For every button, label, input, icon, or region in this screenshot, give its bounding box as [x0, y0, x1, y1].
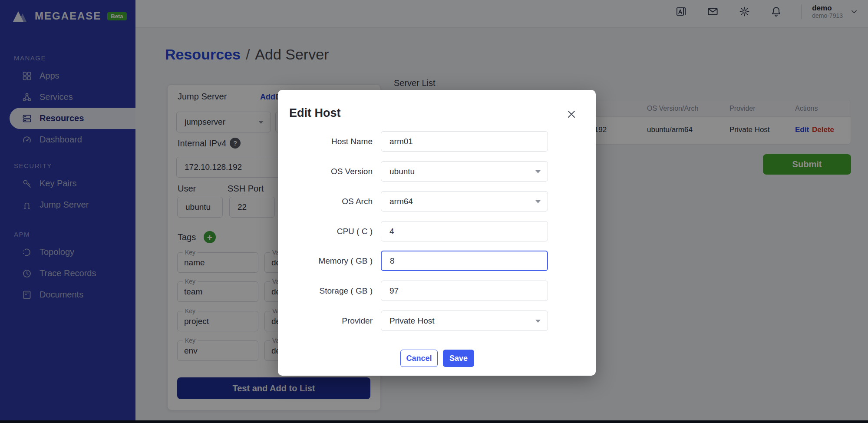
close-icon[interactable] — [566, 109, 577, 119]
memory-input[interactable]: 8 — [381, 251, 548, 271]
storage-input[interactable]: 97 — [381, 281, 548, 301]
cpu-value: 4 — [389, 227, 394, 236]
cpu-input[interactable]: 4 — [381, 221, 548, 241]
os-version-select[interactable]: ubuntu — [381, 161, 548, 182]
memory-row: Memory ( GB ) 8 — [278, 251, 596, 271]
provider-select[interactable]: Private Host — [381, 311, 548, 331]
host-name-value: arm01 — [389, 137, 413, 146]
cancel-button[interactable]: Cancel — [400, 350, 438, 367]
storage-value: 97 — [389, 286, 399, 296]
modal-title: Edit Host — [289, 106, 341, 120]
cpu-label: CPU ( C ) — [278, 221, 373, 241]
storage-row: Storage ( GB ) 97 — [278, 281, 596, 301]
provider-row: Provider Private Host — [278, 311, 596, 331]
modal-buttons: Cancel Save — [278, 350, 596, 367]
cpu-row: CPU ( C ) 4 — [278, 221, 596, 241]
os-arch-value: arm64 — [389, 197, 413, 206]
host-name-label: Host Name — [278, 131, 373, 152]
memory-value: 8 — [390, 256, 395, 266]
app-root: MEGAEASE Beta MANAGE Apps Services — [0, 0, 868, 423]
os-version-row: OS Version ubuntu — [278, 161, 596, 182]
save-button[interactable]: Save — [443, 350, 474, 367]
edit-host-modal: Edit Host Host Name arm01 OS Version ubu… — [278, 90, 596, 376]
chevron-down-icon — [535, 200, 541, 203]
window-bottom-edge — [0, 420, 868, 423]
chevron-down-icon — [535, 170, 541, 173]
os-arch-label: OS Arch — [278, 191, 373, 212]
os-arch-row: OS Arch arm64 — [278, 191, 596, 212]
chevron-down-icon — [535, 320, 541, 323]
os-version-label: OS Version — [278, 161, 373, 182]
os-arch-select[interactable]: arm64 — [381, 191, 548, 212]
host-name-row: Host Name arm01 — [278, 131, 596, 152]
host-name-input[interactable]: arm01 — [381, 131, 548, 152]
provider-value: Private Host — [389, 316, 434, 326]
provider-label: Provider — [278, 311, 373, 331]
memory-label: Memory ( GB ) — [278, 251, 373, 271]
storage-label: Storage ( GB ) — [278, 281, 373, 301]
os-version-value: ubuntu — [389, 167, 415, 176]
